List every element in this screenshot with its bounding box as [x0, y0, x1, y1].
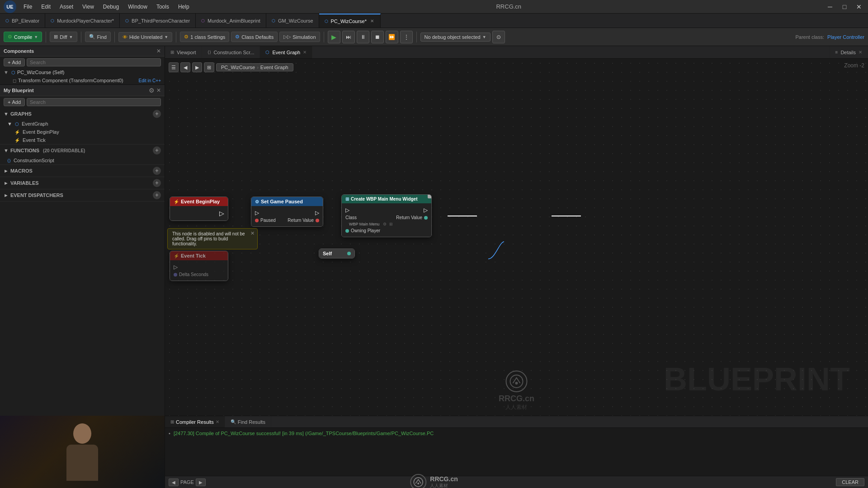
- event-tick-item[interactable]: ⚡ Event Tick: [0, 136, 165, 144]
- add-component-button[interactable]: + Add: [4, 58, 25, 66]
- zoom-label: Zoom -2: [844, 62, 864, 69]
- tab-gm-wiz[interactable]: ⬡ GM_WizCourse: [266, 14, 319, 28]
- graphs-add-button[interactable]: +: [153, 110, 161, 118]
- window-controls: ─ □ ✕: [825, 1, 864, 12]
- components-search[interactable]: [27, 58, 161, 66]
- tab-pc-wiz-close[interactable]: ✕: [369, 18, 375, 24]
- blueprint-search[interactable]: [27, 98, 161, 106]
- close-button[interactable]: ✕: [854, 1, 864, 12]
- event-graph-item[interactable]: ▼ ⬡ EventGraph: [0, 120, 165, 128]
- maximize-button[interactable]: □: [839, 1, 850, 12]
- class-settings-button[interactable]: ⚙ 1 class Settings: [180, 32, 229, 42]
- event-beginplay-item[interactable]: ⚡ Event BeginPlay: [0, 128, 165, 136]
- blueprint-close[interactable]: ✕: [156, 87, 161, 94]
- play-button[interactable]: ▶: [328, 31, 340, 43]
- page-prev[interactable]: ◀: [169, 479, 179, 486]
- tab-bar: ⬡ BP_Elevator ⬡ MurdockPlayerCharacter* …: [0, 14, 868, 28]
- add-blueprint-button[interactable]: + Add: [4, 98, 25, 106]
- stop-button[interactable]: ⏹: [371, 31, 384, 43]
- tab-murdock-player[interactable]: ⬡ MurdockPlayerCharacter*: [45, 14, 120, 28]
- debug-settings-button[interactable]: ⊙: [492, 31, 505, 43]
- tab-find-results[interactable]: 🔍 Find Results: [225, 416, 271, 427]
- tab-bp-elevator[interactable]: ⬡ BP_Elevator: [0, 14, 45, 28]
- variables-header[interactable]: ► VARIABLES +: [0, 177, 165, 189]
- rrcg-logo: [505, 371, 527, 392]
- blueprint-panel: My Blueprint ⚙ ✕ + Add ▼ GRAPHS +: [0, 85, 165, 416]
- toolbar: ⚙ Compile ▼ ⊞ Diff ▼ 🔍 Find 👁 Hide Unrel…: [0, 28, 868, 46]
- compiler-results-close[interactable]: ✕: [216, 419, 219, 424]
- simulation-button[interactable]: ▷▷ Simulation: [279, 32, 320, 42]
- event-dispatchers-add-button[interactable]: +: [153, 191, 161, 199]
- node-event-beginplay[interactable]: ⚡ Event BeginPlay ▷: [170, 197, 228, 221]
- find-icon: 🔍: [89, 34, 95, 40]
- tab-pc-wiz[interactable]: ⬡ PC_WizCourse* ✕: [319, 14, 381, 28]
- variables-add-button[interactable]: +: [153, 179, 161, 187]
- self-component[interactable]: ▼ ⬡ PC_WizCourse (Self): [0, 68, 165, 76]
- hide-unrelated-button[interactable]: 👁 Hide Unrelated ▼: [118, 32, 172, 42]
- menu-window[interactable]: Window: [124, 2, 151, 12]
- menu-tools[interactable]: Tools: [153, 2, 173, 12]
- transform-component[interactable]: ◻ Transform Component (TransformComponen…: [0, 76, 165, 84]
- sep5: [324, 32, 324, 42]
- menu-edit[interactable]: Edit: [38, 2, 54, 12]
- tab-murdock-anim[interactable]: ⬡ Murdock_AnimBlueprint: [196, 14, 266, 28]
- functions-add-button[interactable]: +: [153, 146, 161, 155]
- menu-view[interactable]: View: [79, 2, 98, 12]
- app-logo: UE: [4, 0, 16, 13]
- node-self[interactable]: Self: [319, 249, 355, 258]
- graphs-section: ▼ GRAPHS + ▼ ⬡ EventGraph ⚡ Event BeginP…: [0, 108, 165, 145]
- breadcrumb[interactable]: PC_WizCourse › Event Graph: [216, 63, 293, 71]
- minimize-button[interactable]: ─: [825, 1, 835, 12]
- node-body-setgame: ▷ ▷ Paused Return Value: [251, 206, 323, 226]
- construction-script-item[interactable]: ⟨⟩ ConstructionScript: [0, 156, 165, 164]
- menu-help[interactable]: Help: [175, 2, 193, 12]
- find-button[interactable]: 🔍 Find: [85, 32, 111, 42]
- clear-button[interactable]: CLEAR: [836, 478, 864, 486]
- tab-viewport[interactable]: ⊞ Viewport: [165, 46, 202, 58]
- tab-details[interactable]: ≡ Details ✕: [830, 50, 868, 55]
- nav-home-button[interactable]: ⊞: [204, 62, 214, 72]
- menu-file[interactable]: File: [20, 2, 36, 12]
- components-close[interactable]: ✕: [156, 48, 161, 54]
- pause-button[interactable]: ⏸: [357, 31, 369, 43]
- class-defaults-button[interactable]: ⚙ Class Defaults: [231, 32, 278, 42]
- diff-button[interactable]: ⊞ Diff ▼: [50, 32, 77, 42]
- settings-button[interactable]: ⋮: [400, 31, 413, 43]
- class-settings-icon: ⚙: [184, 34, 189, 40]
- node-set-game-paused[interactable]: ⚙ Set Game Paused ▷ ▷ Paused Return Valu…: [251, 197, 323, 227]
- nav-menu-button[interactable]: ☰: [169, 62, 179, 72]
- tab-compiler-results[interactable]: ⊞ Compiler Results ✕: [165, 416, 225, 427]
- graph-area[interactable]: ☰ ◀ ▶ ⊞ PC_WizCourse › Event Graph Zoom …: [165, 59, 868, 416]
- step-button[interactable]: ⏭: [342, 31, 355, 43]
- pager-bar: ◀ PAGE ▶ RRCG.cn 人人素材: [165, 476, 868, 488]
- tab-event-graph[interactable]: ⬡ Event Graph ✕: [260, 46, 312, 58]
- graph-background: [165, 59, 868, 416]
- tab-bp-third[interactable]: ⬡ BP_ThirdPersonCharacter: [120, 14, 196, 28]
- tab-construction-script[interactable]: ⟨⟩ Construction Scr...: [202, 46, 260, 58]
- sep2: [81, 32, 81, 42]
- event-graph-tab-close[interactable]: ✕: [303, 50, 307, 55]
- nav-forward-button[interactable]: ▶: [192, 62, 202, 72]
- blueprint-settings-icon[interactable]: ⚙: [149, 87, 155, 94]
- compiler-message: • [2477.30] Compile of PC_WizCourse succ…: [169, 430, 864, 437]
- tooltip-close[interactable]: ✕: [250, 230, 255, 236]
- macros-header[interactable]: ► MACROS +: [0, 165, 165, 177]
- node-body-beginplay: ▷: [170, 206, 228, 221]
- node-create-widget[interactable]: ⊞ Create WBP Main Menu Widget ▷ ▷ Class …: [341, 194, 432, 237]
- graphs-header[interactable]: ▼ GRAPHS +: [0, 108, 165, 120]
- macros-add-button[interactable]: +: [153, 167, 161, 175]
- frame-button[interactable]: ⏩: [386, 31, 398, 43]
- event-dispatchers-header[interactable]: ► EVENT DISPATCHERS +: [0, 189, 165, 201]
- menu-asset[interactable]: Asset: [56, 2, 77, 12]
- debug-object-selector[interactable]: No debug object selected ▼: [420, 33, 491, 42]
- sep1: [46, 32, 46, 42]
- menu-debug[interactable]: Debug: [99, 2, 123, 12]
- edit-cpp-link[interactable]: Edit in C++: [139, 78, 161, 83]
- details-close[interactable]: ✕: [859, 50, 862, 55]
- menu-bar: UE File Edit Asset View Debug Window Too…: [4, 0, 193, 13]
- page-next[interactable]: ▶: [196, 479, 206, 486]
- node-event-tick[interactable]: ⚡ Event Tick ▷ Delta Seconds: [170, 251, 228, 281]
- compile-button[interactable]: ⚙ Compile ▼: [4, 32, 42, 42]
- nav-back-button[interactable]: ◀: [180, 62, 190, 72]
- functions-header[interactable]: ▼ FUNCTIONS (20 OVERRIDABLE) +: [0, 145, 165, 156]
